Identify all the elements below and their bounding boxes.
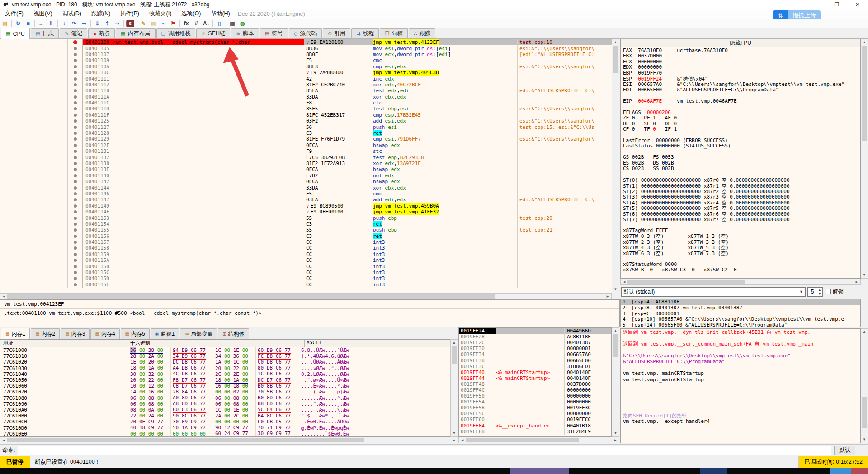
register-line[interactable]: ECX 00000000 <box>621 59 860 64</box>
breakpoint-dot[interactable] <box>74 277 77 280</box>
dump-row[interactable]: 77C610B022 00 24 0090 8C C6 772A 00 2C 0… <box>0 413 450 419</box>
dump-row[interactable]: 77C6108006 00 08 00A0 8D C6 7706 00 08 0… <box>0 395 450 401</box>
dump-row[interactable]: 77C6103018 00 1A 00A4 D8 C6 7720 00 22 0… <box>0 365 450 371</box>
register-line[interactable]: ST(2) 00000000000000000000 x87r2 空 0.000… <box>621 188 860 194</box>
register-line[interactable]: CF 0 TF 0 IF 1 <box>621 126 860 132</box>
open-folder-icon[interactable]: ▤ <box>0 19 10 28</box>
disasm-row[interactable]: 00401128C3ret <box>0 130 612 136</box>
disasm-row[interactable]: 0040113E0FCAbswap edx <box>0 166 612 172</box>
disasm-row[interactable]: 0040112981FE F76F1D79cmp esi,791D6FF7esi… <box>0 136 612 142</box>
globe-icon[interactable]: ◍ <box>237 19 247 28</box>
breakpoint-gutter[interactable] <box>67 88 83 94</box>
register-line[interactable]: EFLAGS 00000206 <box>621 109 860 115</box>
breakpoint-dot[interactable] <box>74 241 77 244</box>
breakpoint-dot[interactable] <box>74 235 77 238</box>
menu-item-帮助[interactable]: 帮助(H) <box>206 9 235 19</box>
breakpoint-gutter[interactable] <box>67 275 83 281</box>
flag-icon[interactable]: ⚑ <box>168 19 178 28</box>
disasm-row[interactable]: 0040114703FAadd edi,edxedi:&"ALLUSERSPRO… <box>0 197 612 203</box>
stack-row[interactable]: 0019FF5C00000000 <box>459 411 611 417</box>
frame-info-line[interactable]: 返回到 vm test.vmp.__dyn_tls_init_callback+… <box>621 329 860 335</box>
run-to-user-code-icon[interactable]: ⇢ <box>112 19 122 28</box>
unlock-checkbox[interactable] <box>826 289 831 294</box>
arguments-pane[interactable]: 1: [esp+4] AC8B118E2: [esp+8] 00401387 v… <box>620 299 861 327</box>
register-line[interactable]: EIP 0046AF7E vm test.vmp.0046AF7E <box>621 98 860 104</box>
register-line[interactable] <box>621 132 860 137</box>
frame-info-line[interactable] <box>621 335 860 341</box>
breakpoint-dot[interactable] <box>74 144 77 147</box>
disasm-row[interactable]: 0040112756push esitest.cpp:15, esi:&"C:\… <box>0 124 612 130</box>
dump-row[interactable]: 77C6104030 00 32 004C D8 C6 772C 00 2E 0… <box>0 371 450 377</box>
breakpoint-dot[interactable] <box>74 186 77 190</box>
arg-count-stepper[interactable]: 5 ▲▼ <box>807 287 823 297</box>
breakpoint-dot[interactable] <box>74 271 77 274</box>
breakpoint-dot[interactable] <box>74 150 77 153</box>
breakpoint-dot[interactable] <box>74 217 77 220</box>
execute-till-return-icon[interactable]: ⇡ <box>102 19 112 28</box>
register-line[interactable]: ST(1) 00000000000000000000 x87r1 空 0.000… <box>621 183 860 188</box>
register-line[interactable]: EDX 00000000 <box>621 64 860 70</box>
command-profile-dropdown[interactable]: 默认 <box>834 446 855 455</box>
register-line[interactable]: ST(3) 00000000000000000000 x87r3 空 0.000… <box>621 194 860 199</box>
register-line[interactable]: ST(7) 00000000000000000000 x87r7 空 0.000… <box>621 216 860 222</box>
breakpoint-gutter[interactable] <box>67 245 83 251</box>
register-line[interactable]: CS 0023 SS 002B <box>621 166 860 171</box>
disasm-row[interactable]: 0040112503F2add esi,edxesi:&"C:\\Users\\… <box>0 118 612 124</box>
breakpoint-gutter[interactable] <box>67 82 83 88</box>
disasm-row[interactable]: 0040115ECCint3 <box>0 282 612 288</box>
disasm-vscrollbar[interactable]: ▲▼ <box>612 39 619 293</box>
register-line[interactable]: ESP 0019FF24 &"姱債\x04" <box>621 76 860 81</box>
register-line[interactable]: ES 002B DS 002B <box>621 160 860 166</box>
disasm-row[interactable]: 00401100 <vm test.vmp.bool __cdecl mystr… <box>0 39 612 45</box>
stack-row[interactable]: 0019FF34006657A0 <box>459 351 611 357</box>
register-line[interactable]: EDI 00665F00 &"ALLUSERSPROFILE=C:\\Progr… <box>621 87 860 92</box>
breakpoint-dot[interactable] <box>74 65 77 68</box>
dump-tab-内存5[interactable]: ▦内存5 <box>121 328 150 339</box>
breakpoint-gutter[interactable] <box>67 64 83 70</box>
breakpoint-dot[interactable] <box>74 107 77 110</box>
stack-row[interactable]: 0019FF40<&_mainCRTStartup>0040140F <box>459 370 611 375</box>
argument-row[interactable]: 3: [esp+C] 00000001 <box>621 311 860 317</box>
disasm-row[interactable]: 00401109F5cmc <box>0 57 612 63</box>
breakpoint-gutter[interactable] <box>67 100 83 106</box>
stack-row[interactable]: 0019FF4C00000000 <box>459 387 611 393</box>
breakpoint-gutter[interactable] <box>67 221 83 227</box>
register-line[interactable]: ST(6) 00000000000000000000 x87r6 空 0.000… <box>621 211 860 216</box>
stack-row[interactable]: 0019FF2C00401387 <box>459 340 611 346</box>
disasm-row[interactable]: 00401159CCint3 <box>0 251 612 257</box>
breakpoint-gutter[interactable] <box>67 45 83 51</box>
dump-row[interactable]: 77C6100036 00 38 0094 D9 C6 771C 00 1E 0… <box>0 347 450 353</box>
dump-tab-局部变量[interactable]: ≔局部变量 <box>180 328 217 339</box>
breakpoint-gutter[interactable] <box>67 166 83 172</box>
disasm-row[interactable]: 0040115CCCint3 <box>0 270 612 275</box>
breakpoint-dot[interactable] <box>74 246 77 250</box>
dump-row[interactable]: 77C610C020 0E C9 7730 09 C9 7700 00 00 0… <box>0 419 450 425</box>
dump-tab-内存3[interactable]: ▦内存3 <box>61 328 90 339</box>
frame-info-line[interactable] <box>621 365 860 370</box>
seh-chain-icon[interactable]: S <box>126 20 134 26</box>
disasm-row[interactable]: 0040111F81FC 452EB317cmp esp,17B32E45 <box>0 112 612 118</box>
disasm-row[interactable]: 0040111142inc edx <box>0 76 612 81</box>
run-to-icon[interactable]: ⇒ <box>79 19 89 28</box>
frame-info-line[interactable]: 指向SEH_Record[1]的指针 <box>621 412 860 418</box>
device-icon[interactable]: ▯ <box>214 19 224 28</box>
pause-icon[interactable]: ‖ <box>46 19 56 28</box>
breakpoint-gutter[interactable] <box>67 70 83 76</box>
breakpoint-dot[interactable] <box>74 132 77 135</box>
register-line[interactable]: ST(4) 00000000000000000000 x87r4 空 0.000… <box>621 199 860 205</box>
breakpoint-dot[interactable] <box>74 83 77 86</box>
dump-hscrollbar[interactable]: ◄► <box>0 437 458 443</box>
stack-row[interactable]: 0019FF6831E2B4E9 <box>459 429 611 435</box>
breakpoint-dot[interactable] <box>74 119 77 123</box>
frame-info-line[interactable] <box>621 389 860 394</box>
dump-row[interactable]: 77C6101028 00 2A 0034 D9 C6 7734 00 36 0… <box>0 353 450 359</box>
argument-row[interactable]: 4: [esp+10] 006657A0 &"C:\\Users\\sangfo… <box>621 316 860 322</box>
comment-icon[interactable]: ▤ <box>148 19 158 28</box>
disasm-row[interactable]: 0040110C∨E9 2A4B0000jmp vm test.vmp.405C… <box>0 70 612 76</box>
breakpoint-dot[interactable] <box>74 265 77 268</box>
breakpoint-gutter[interactable] <box>67 148 83 154</box>
menu-item-视图[interactable]: 视图(V) <box>28 9 57 19</box>
breakpoint-dot[interactable] <box>74 47 77 50</box>
registers-vscrollbar[interactable]: ▲▼ <box>861 39 868 279</box>
restart-icon[interactable]: ↻ <box>13 19 23 28</box>
